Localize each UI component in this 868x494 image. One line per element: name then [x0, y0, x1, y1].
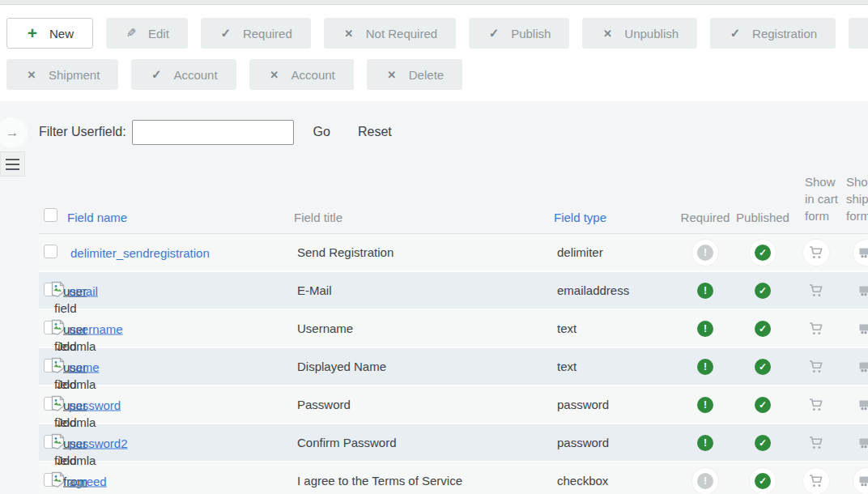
column-header-required: Required [681, 211, 730, 233]
field-title-cell: Displayed Name [294, 360, 554, 373]
shipment-truck-icon [858, 245, 868, 260]
toolbar-button-label: Publish [511, 27, 551, 40]
toolbar-button-account[interactable]: Account [131, 59, 236, 90]
table-row: user email field E-Mail emailaddress [39, 272, 868, 310]
field-name-link[interactable]: email [69, 283, 98, 297]
toolbar-button-shipment[interactable]: Shipment [6, 59, 118, 90]
toolbar-button-registration[interactable]: Registration [849, 18, 868, 49]
show-in-cart-toggle[interactable] [809, 360, 824, 374]
table-row: user username fieldJoomla Username text [39, 310, 868, 348]
required-toggle[interactable] [691, 239, 719, 266]
field-type-cell: checkbox [554, 474, 678, 488]
published-toggle[interactable] [749, 239, 777, 266]
x-icon [385, 68, 398, 81]
shipment-truck-icon [858, 283, 868, 298]
field-name-cell: user password2 fieldJoomla [67, 424, 294, 461]
toolbar-button-label: Account [173, 68, 217, 82]
x-icon [343, 27, 355, 40]
check-icon [729, 27, 742, 40]
toolbar-button-required[interactable]: Required [201, 18, 311, 49]
toolbar-button-delete[interactable]: Delete [367, 59, 462, 90]
toolbar-button-label: New [49, 27, 74, 40]
cart-icon [809, 360, 824, 374]
show-in-shipment-toggle[interactable] [853, 467, 868, 494]
field-type-cell: emailaddress [554, 283, 678, 297]
toolbar-button-unpublish[interactable]: Unpublish [582, 18, 697, 49]
toolbar-button-account[interactable]: Account [249, 59, 354, 90]
toolbar-button-label: Account [291, 68, 335, 82]
field-name-cell: user password fieldJoomla [67, 386, 294, 423]
userfields-table: Field name Field title Field type Requir… [39, 159, 868, 494]
published-toggle[interactable] [755, 359, 771, 375]
column-header-show-cart-form: Show in cart form [793, 173, 840, 233]
table-row: user password2 fieldJoomla Confirm Passw… [39, 424, 868, 462]
field-name-link[interactable]: name [69, 360, 100, 373]
field-name-cell: user username fieldJoomla [67, 310, 294, 347]
x-icon [25, 68, 38, 81]
toolbar-button-publish[interactable]: Publish [469, 18, 569, 49]
plus-icon [26, 27, 39, 40]
published-toggle[interactable] [755, 283, 771, 299]
field-name-link[interactable]: delimiter_sendregistration [70, 245, 210, 259]
shipment-truck-icon [858, 360, 868, 374]
published-toggle[interactable] [755, 397, 771, 413]
show-in-shipment-toggle[interactable] [853, 239, 868, 266]
published-toggle[interactable] [755, 435, 771, 451]
table-row: delimiter_sendregistration Send Registra… [39, 234, 868, 272]
shipment-truck-icon [858, 474, 868, 488]
show-in-shipment-toggle[interactable] [858, 360, 868, 374]
shipment-truck-icon [858, 322, 868, 336]
field-name-cell: from agreed field [67, 462, 294, 494]
published-toggle[interactable] [755, 321, 771, 337]
required-toggle[interactable] [697, 283, 713, 299]
x-icon [601, 27, 614, 40]
field-title-cell: I agree to the Terms of Service [294, 474, 554, 488]
toolbar: NewEditRequiredNot RequiredPublishUnpubl… [0, 5, 868, 101]
show-in-cart-toggle[interactable] [809, 322, 824, 336]
published-status-icon [755, 283, 771, 299]
field-name-link[interactable]: username [69, 322, 123, 335]
column-header-published: Published [736, 211, 789, 233]
toolbar-button-label: Shipment [49, 68, 100, 82]
show-in-cart-toggle[interactable] [802, 467, 830, 494]
show-in-shipment-toggle[interactable] [858, 436, 868, 450]
toolbar-button-not-required[interactable]: Not Required [324, 18, 456, 49]
reset-button[interactable]: Reset [358, 125, 392, 139]
check-icon [150, 68, 163, 81]
toolbar-button-label: Not Required [366, 27, 437, 40]
show-in-cart-toggle[interactable] [809, 436, 824, 450]
toolbar-button-label: Delete [409, 68, 444, 82]
field-name-link[interactable]: password [69, 398, 121, 411]
published-toggle[interactable] [749, 467, 777, 494]
published-status-icon [755, 245, 771, 261]
menu-hamburger-icon[interactable] [0, 151, 25, 177]
column-header-field-name[interactable]: Field name [67, 211, 127, 224]
required-toggle[interactable] [697, 359, 713, 375]
show-in-shipment-toggle[interactable] [858, 322, 868, 336]
required-status-icon [697, 321, 713, 337]
show-in-cart-toggle[interactable] [809, 398, 824, 412]
toolbar-button-new[interactable]: New [6, 18, 93, 49]
show-in-cart-toggle[interactable] [809, 283, 824, 298]
published-status-icon [755, 397, 771, 413]
cart-icon [809, 322, 824, 336]
field-name-link[interactable]: agreed [69, 474, 107, 488]
required-toggle[interactable] [697, 321, 713, 337]
show-in-shipment-toggle[interactable] [858, 283, 868, 298]
toolbar-button-registration[interactable]: Registration [710, 18, 836, 49]
required-toggle[interactable] [697, 435, 713, 451]
row-checkbox[interactable] [44, 245, 57, 258]
published-status-icon [755, 321, 771, 337]
sidebar-collapse-button[interactable]: → [0, 117, 28, 148]
select-all-checkbox[interactable] [44, 208, 57, 222]
show-in-cart-toggle[interactable] [802, 239, 830, 266]
go-button[interactable]: Go [313, 125, 330, 139]
cart-icon [809, 436, 824, 450]
show-in-shipment-toggle[interactable] [858, 398, 868, 412]
column-header-field-type[interactable]: Field type [554, 211, 606, 224]
filter-input[interactable] [132, 120, 294, 145]
required-toggle[interactable] [691, 467, 719, 494]
toolbar-button-edit[interactable]: Edit [106, 18, 188, 49]
required-toggle[interactable] [697, 397, 713, 413]
field-name-link[interactable]: password2 [69, 436, 128, 449]
